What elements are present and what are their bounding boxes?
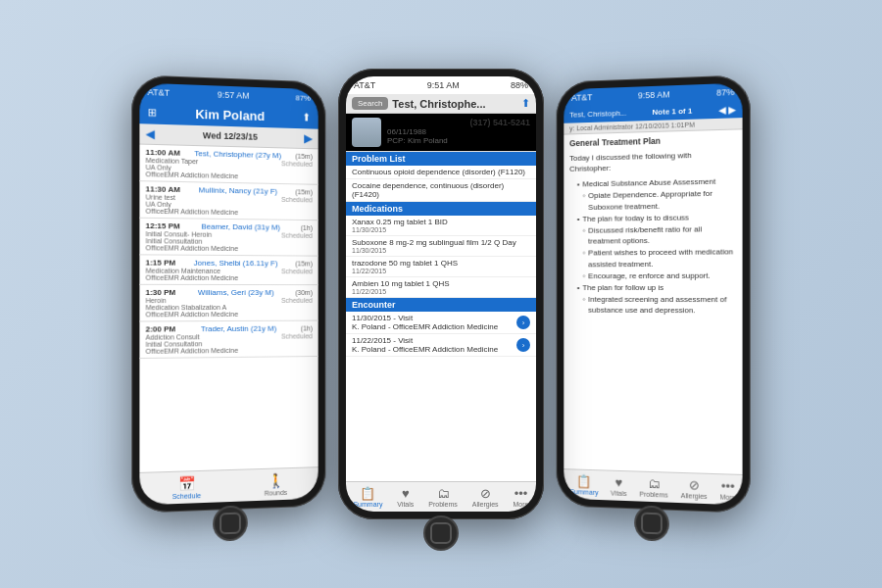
med-date-0: 11/30/2015 — [352, 226, 530, 233]
med-item-2[interactable]: trazodone 50 mg tablet 1 QHS 11/22/2015 — [346, 257, 536, 277]
tab-summary-right[interactable]: 📋 Summary — [570, 473, 599, 496]
allergies-icon: ⊘ — [480, 486, 491, 501]
sub-bullet-1-2: ◦ Encourage, re enforce and support. — [569, 270, 736, 281]
med-date-1: 11/30/2015 — [352, 247, 530, 254]
right-phone: AT&T 9:58 AM 87% Test, Christoph... Note… — [557, 74, 751, 514]
med-name-3: Ambien 10 mg tablet 1 QHS — [352, 279, 530, 288]
encounter-item-0[interactable]: 11/30/2015 - Visit K. Poland - OfficeEMR… — [346, 312, 536, 334]
patient-dob: 06/11/1988 — [387, 127, 464, 136]
tab-vitals-right[interactable]: ♥ Vitals — [611, 475, 627, 497]
appt-d3-4: OfficeEMR Addiction Medicine — [146, 311, 238, 318]
prev-date-arrow[interactable]: ◀ — [146, 126, 155, 140]
appt-d3-0: OfficeEMR Addiction Medicine — [146, 171, 238, 179]
appt-status-1: Scheduled — [281, 196, 313, 217]
center-time: 9:51 AM — [427, 80, 460, 90]
center-carrier: AT&T — [354, 80, 375, 90]
right-patient-name: Test, Christoph... — [569, 109, 626, 120]
med-item-3[interactable]: Ambien 10 mg tablet 1 QHS 11/22/2015 — [346, 277, 536, 298]
share-icon[interactable]: ⬆ — [302, 111, 311, 123]
next-date-arrow[interactable]: ▶ — [304, 131, 313, 145]
appt-item-3[interactable]: 1:15 PM Jones, Shelbi (16.11y F) (15m) M… — [139, 255, 318, 285]
tab-schedule-label: Schedule — [172, 492, 201, 500]
enc-arrow-1[interactable]: › — [516, 338, 530, 352]
left-phone: AT&T 9:57 AM 87% ⊞ Kim Poland ⬆ ◀ Wed 12… — [131, 74, 325, 514]
enc-date-0: 11/30/2015 - Visit — [352, 314, 498, 322]
right-bottom-tabs: 📋 Summary ♥ Vitals 🗂 Problems ⊘ Allergie… — [564, 468, 742, 505]
center-bottom-tabs: 📋 Summary ♥ Vitals 🗂 Problems ⊘ Allergie… — [346, 481, 536, 512]
center-status-bar: AT&T 9:51 AM 88% — [346, 76, 536, 94]
note-intro: Today I discussed the following with Chr… — [569, 149, 736, 174]
left-time: 9:57 AM — [218, 90, 250, 101]
summary-icon-r: 📋 — [576, 473, 591, 488]
right-carrier: AT&T — [571, 92, 593, 103]
allergies-icon-r: ⊘ — [689, 477, 700, 492]
tab-rounds[interactable]: 🚶 Rounds — [265, 472, 288, 497]
left-carrier: AT&T — [148, 87, 171, 98]
appt-item-2[interactable]: 12:15 PM Beamer, David (31y M) (1h) Init… — [139, 219, 318, 257]
share-icon-center[interactable]: ⬆ — [521, 97, 530, 110]
patient-details: 27y Male 06/11/1988 PCP: Kim Poland — [387, 118, 464, 145]
appt-status-5: Scheduled — [281, 332, 313, 353]
med-item-0[interactable]: Xanax 0.25 mg tablet 1 BID 11/30/2015 — [346, 216, 536, 236]
sub-bullet-text-0-0: Opiate Dependence. Appropriate for Subox… — [588, 188, 736, 213]
appt-dur-3: (15m) — [295, 260, 313, 267]
encounter-item-1[interactable]: 11/22/2015 - Visit K. Poland - OfficeEMR… — [346, 334, 536, 357]
patient-age: 27y Male — [387, 118, 464, 127]
sub-bullet-text-1-2: Encourage, re enforce and support. — [588, 270, 710, 282]
med-item-1[interactable]: Suboxone 8 mg-2 mg sublingual film 1/2 Q… — [346, 236, 536, 257]
left-home-button[interactable] — [213, 505, 248, 541]
prev-note-arrow[interactable]: ◀ — [718, 104, 726, 115]
tab-vitals-center[interactable]: ♥ Vitals — [397, 486, 414, 508]
note-nav-arrows: ◀ ▶ — [718, 104, 736, 116]
appt-item-5[interactable]: 2:00 PM Trader, Austin (21y M) (1h) Addi… — [139, 321, 318, 359]
home-btn-inner-r — [641, 513, 662, 535]
problems-icon-r: 🗂 — [648, 476, 661, 491]
schedule-icon: 📅 — [178, 475, 195, 492]
problems-icon: 🗂 — [437, 486, 450, 501]
current-date: Wed 12/23/15 — [203, 130, 258, 142]
search-button[interactable]: Search — [352, 97, 388, 110]
tab-problems-right[interactable]: 🗂 Problems — [639, 476, 667, 499]
tab-summary-label: Summary — [353, 501, 382, 508]
sub-bullet-1-0: ◦ Discussed risk/benefit ratio for all t… — [569, 223, 736, 247]
center-screen: Problem List Continuous opioid dependenc… — [346, 152, 536, 481]
tab-vitals-label: Vitals — [397, 501, 414, 508]
tab-schedule[interactable]: 📅 Schedule — [172, 475, 201, 500]
tab-allergies-right[interactable]: ⊘ Allergies — [681, 477, 708, 500]
right-home-button[interactable] — [634, 505, 669, 541]
right-time: 9:58 AM — [638, 89, 670, 100]
med-date-2: 11/22/2015 — [352, 268, 530, 274]
appt-item-1[interactable]: 11:30 AM Mullinix, Nancy (21y F) (15m) U… — [139, 181, 318, 220]
rounds-icon: 🚶 — [268, 472, 284, 488]
appt-d3-5: OfficeEMR Addiction Medicine — [146, 347, 238, 355]
vitals-icon-r: ♥ — [615, 475, 623, 490]
sub-bullet-0-0: ◦ Opiate Dependence. Appropriate for Sub… — [569, 188, 736, 213]
appt-item-0[interactable]: 11:00 AM Test, Christopher (27y M) (15m)… — [139, 145, 318, 185]
next-note-arrow[interactable]: ▶ — [728, 104, 736, 115]
problem-item-1[interactable]: Cocaine dependence, continuous (disorder… — [346, 179, 536, 202]
med-name-2: trazodone 50 mg tablet 1 QHS — [352, 259, 530, 268]
patient-info-row: 27y Male 06/11/1988 PCP: Kim Poland (317… — [346, 114, 536, 152]
home-btn-inner-c — [430, 522, 452, 544]
note-section-title: General Treatment Plan — [569, 134, 736, 151]
enc-arrow-0[interactable]: › — [516, 316, 530, 329]
appt-item-4[interactable]: 1:30 PM Williams, Geri (23y M) (30m) Her… — [139, 285, 318, 322]
grid-icon[interactable]: ⊞ — [148, 106, 157, 119]
tab-more-center[interactable]: ••• More — [514, 486, 529, 508]
appt-patient-4: Williams, Geri (23y M) — [198, 288, 274, 297]
tab-allergies-center[interactable]: ⊘ Allergies — [472, 486, 499, 508]
appt-status-3: Scheduled — [281, 268, 313, 281]
avatar-silhouette — [352, 118, 381, 147]
bullet-2: • The plan for follow up is — [569, 282, 736, 293]
left-battery: 87% — [296, 93, 311, 102]
tab-allergies-label-r: Allergies — [681, 492, 708, 500]
tab-summary-center[interactable]: 📋 Summary — [353, 486, 382, 508]
encounter-header: Encounter — [346, 298, 536, 312]
appt-dur-5: (1h) — [301, 325, 313, 332]
problem-item-0[interactable]: Continuous opioid dependence (disorder) … — [346, 166, 536, 179]
tab-more-right[interactable]: ••• More — [720, 478, 736, 501]
center-home-button[interactable] — [423, 515, 459, 551]
tab-problems-center[interactable]: 🗂 Problems — [428, 486, 458, 508]
note-label: Note 1 of 1 — [653, 107, 693, 117]
enc-date-1: 11/22/2015 - Visit — [352, 336, 498, 345]
